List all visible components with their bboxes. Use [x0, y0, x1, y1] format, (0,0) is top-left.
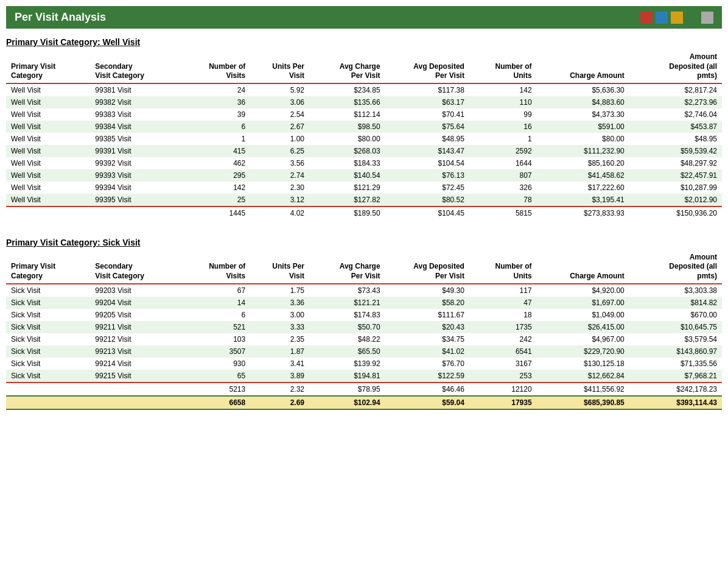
table-cell: 99213 Visit [90, 345, 183, 358]
table-cell: Well Visit [6, 108, 90, 121]
table-cell: 99215 Visit [90, 370, 183, 383]
table-cell: $20.43 [385, 321, 469, 333]
header-bar: Per Visit Analysis [6, 6, 722, 29]
yellow-icon [671, 12, 683, 24]
table-cell: Sick Visit [6, 333, 90, 345]
table-row: Sick Visit99205 Visit63.00$174.83$111.67… [6, 309, 722, 321]
summary-row: 14454.02$189.50$104.455815$273,833.93$15… [6, 207, 722, 219]
table-cell: $184.33 [309, 157, 385, 169]
table-cell: Sick Visit [6, 309, 90, 321]
table-row: Well Visit99394 Visit1422.30$121.29$72.4… [6, 182, 722, 194]
summary-cell: $150,936.20 [629, 207, 722, 219]
table-cell: $10,645.75 [629, 321, 722, 333]
table-cell: $143.47 [385, 145, 469, 157]
table-cell: Well Visit [6, 121, 90, 133]
table-cell: $111,232.90 [537, 145, 629, 157]
table-cell: $80.52 [385, 194, 469, 207]
table-cell: $85,160.20 [537, 157, 629, 169]
table-cell: Well Visit [6, 194, 90, 207]
table-cell: $117.38 [385, 83, 469, 96]
table-cell: $10,287.99 [629, 182, 722, 194]
col2-header-units-per-visit: Units PerVisit [250, 251, 309, 284]
table-cell: 326 [469, 182, 537, 194]
table-cell: 3.06 [250, 96, 309, 108]
table-cell: 2592 [469, 145, 537, 157]
table-cell: 1735 [469, 321, 537, 333]
table-cell: 415 [183, 145, 251, 157]
summary-cell: $78.95 [309, 383, 385, 396]
table-cell: $4,920.00 [537, 284, 629, 297]
table-cell: $1,049.00 [537, 309, 629, 321]
table-cell: 78 [469, 194, 537, 207]
table-cell: 295 [183, 169, 251, 182]
col-header-primary-category: Primary VisitCategory [6, 51, 90, 83]
table-cell: 2.67 [250, 121, 309, 133]
summary-cell: $242,178.23 [629, 383, 722, 396]
table-cell: 3.56 [250, 157, 309, 169]
grand-total-cell: 6658 [183, 396, 251, 409]
table-cell: Sick Visit [6, 358, 90, 370]
table-cell: 253 [469, 370, 537, 383]
table-cell: 18 [469, 309, 537, 321]
table-cell: $453.87 [629, 121, 722, 133]
table-cell: $670.00 [629, 309, 722, 321]
table-cell: 36 [183, 96, 251, 108]
table-cell: 1.00 [250, 133, 309, 145]
table-cell: 2.30 [250, 182, 309, 194]
table-cell: Sick Visit [6, 284, 90, 297]
col-header-avg-charge: Avg ChargePer Visit [309, 51, 385, 83]
table-cell: $4,883.60 [537, 96, 629, 108]
table-cell: 99214 Visit [90, 358, 183, 370]
table-cell: 99395 Visit [90, 194, 183, 207]
table-cell: 6 [183, 121, 251, 133]
summary-cell [6, 383, 90, 396]
table-cell: 99211 Visit [90, 321, 183, 333]
section1-header-row: Primary VisitCategory SecondaryVisit Cat… [6, 51, 722, 83]
page-wrapper: Per Visit Analysis Primary Visit Categor… [0, 0, 728, 586]
table-cell: 1 [183, 133, 251, 145]
table-cell: 99 [469, 108, 537, 121]
table-cell: $7,968.21 [629, 370, 722, 383]
col-header-avg-deposited: Avg DepositedPer Visit [385, 51, 469, 83]
table-row: Well Visit99385 Visit11.00$80.00$48.951$… [6, 133, 722, 145]
summary-cell: 1445 [183, 207, 251, 219]
table-cell: 39 [183, 108, 251, 121]
table-cell: 99212 Visit [90, 333, 183, 345]
summary-cell [6, 207, 90, 219]
table-cell: 99382 Visit [90, 96, 183, 108]
section2-title: Primary Visit Category: Sick Visit [6, 238, 722, 247]
table-cell: 6.25 [250, 145, 309, 157]
col-header-amount-deposited: AmountDeposited (allpmts) [629, 51, 722, 83]
table-cell: $49.30 [385, 284, 469, 297]
table-cell: Sick Visit [6, 370, 90, 383]
table-cell: $111.67 [385, 309, 469, 321]
table-cell: $76.13 [385, 169, 469, 182]
table-cell: 24 [183, 83, 251, 96]
table-row: Sick Visit99215 Visit653.89$194.81$122.5… [6, 370, 722, 383]
table-cell: 2.54 [250, 108, 309, 121]
table-cell: 6 [183, 309, 251, 321]
summary-cell: 5213 [183, 383, 251, 396]
table-cell: 242 [469, 333, 537, 345]
table-cell: 930 [183, 358, 251, 370]
col2-header-avg-deposited: Avg DepositedPer Visit [385, 251, 469, 284]
table-cell: $34.75 [385, 333, 469, 345]
table-cell: $121.21 [309, 297, 385, 309]
table-cell: $72.45 [385, 182, 469, 194]
table-cell: $4,373.30 [537, 108, 629, 121]
section2-table: Primary VisitCategory SecondaryVisit Cat… [6, 251, 722, 410]
table-row: Well Visit99381 Visit245.92$234.85$117.3… [6, 83, 722, 96]
table-cell: 99394 Visit [90, 182, 183, 194]
table-cell: $80.00 [537, 133, 629, 145]
table-cell: 99391 Visit [90, 145, 183, 157]
table-cell: $80.00 [309, 133, 385, 145]
table-cell: $174.83 [309, 309, 385, 321]
table-cell: Sick Visit [6, 297, 90, 309]
table-cell: $71,335.56 [629, 358, 722, 370]
table-cell: $2,817.24 [629, 83, 722, 96]
grand-total-cell [90, 396, 183, 409]
grand-total-cell: $393,114.43 [629, 396, 722, 409]
table-cell: $48,297.92 [629, 157, 722, 169]
table-cell: $127.82 [309, 194, 385, 207]
table-cell: 103 [183, 333, 251, 345]
